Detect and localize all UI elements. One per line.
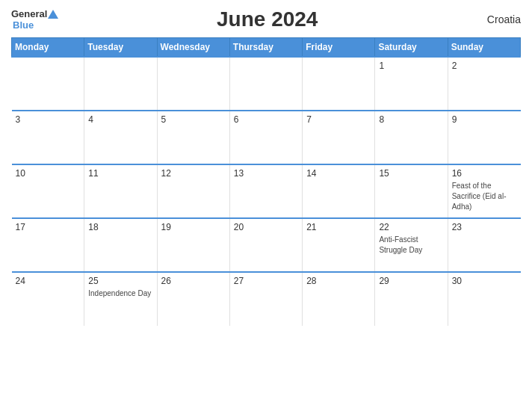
day-cell: 16Feast of the Sacrifice (Eid al-Adha) [448,164,520,218]
day-number: 21 [306,222,371,232]
day-cell: 11 [84,164,157,218]
day-number: 27 [234,276,298,286]
day-number: 10 [16,168,81,179]
day-number: 23 [452,222,517,232]
day-cell [229,57,302,111]
calendar-title: June 2024 [58,7,476,31]
day-number: 17 [16,222,81,232]
day-number: 20 [234,222,298,232]
column-headers-row: Monday Tuesday Wednesday Thursday Friday… [12,38,521,58]
day-number: 12 [161,168,226,179]
day-number: 29 [379,276,443,286]
col-friday: Friday [303,38,375,58]
day-cell: 30 [448,272,520,326]
day-number: 15 [379,168,443,179]
day-number: 25 [88,276,152,286]
day-cell: 27 [229,272,302,326]
col-sunday: Sunday [448,38,520,58]
day-cell [303,57,375,111]
event-label: Independence Day [88,289,151,297]
day-number: 7 [306,114,371,125]
logo: General Blue [11,8,58,31]
day-cell: 6 [229,111,302,164]
day-cell: 28 [303,272,375,326]
col-thursday: Thursday [229,38,302,58]
day-number: 2 [452,61,517,71]
day-number: 18 [88,222,152,232]
day-cell: 19 [157,218,229,272]
day-number: 13 [234,168,298,179]
calendar-header: General Blue June 2024 Croatia [11,7,521,31]
day-number: 30 [452,276,517,286]
day-cell: 23 [448,218,520,272]
day-number: 4 [88,114,152,125]
day-number: 14 [306,168,371,179]
week-row-1: 12 [12,57,521,111]
day-number: 19 [161,222,226,232]
logo-general-text: General [11,8,47,19]
day-number: 16 [452,168,517,179]
day-cell: 5 [157,111,229,164]
day-cell: 2 [448,57,520,111]
day-number: 24 [16,276,81,286]
day-number: 9 [452,114,517,125]
day-number: 11 [88,168,152,179]
day-number: 8 [379,114,443,125]
day-cell: 24 [12,272,84,326]
day-cell: 13 [229,164,302,218]
day-cell: 25Independence Day [84,272,157,326]
day-cell: 29 [375,272,448,326]
day-cell [84,57,157,111]
day-cell: 15 [375,164,448,218]
day-cell: 22Anti-Fascist Struggle Day [375,218,448,272]
day-cell: 14 [303,164,375,218]
day-number: 3 [16,114,81,125]
week-row-2: 3456789 [12,111,521,164]
country-label: Croatia [476,13,521,25]
day-number: 6 [234,114,298,125]
day-cell: 21 [303,218,375,272]
day-cell: 8 [375,111,448,164]
day-cell: 9 [448,111,520,164]
event-label: Feast of the Sacrifice (Eid al-Adha) [452,182,507,211]
day-cell: 1 [375,57,448,111]
day-cell: 18 [84,218,157,272]
day-cell [157,57,229,111]
day-cell: 4 [84,111,157,164]
col-wednesday: Wednesday [157,38,229,58]
event-label: Anti-Fascist Struggle Day [379,235,422,254]
day-number: 1 [379,61,443,71]
logo-triangle-icon [48,10,58,19]
day-cell: 7 [303,111,375,164]
day-number: 28 [306,276,371,286]
week-row-5: 2425Independence Day2627282930 [12,272,521,326]
day-number: 26 [161,276,226,286]
day-number: 22 [379,222,443,232]
day-cell: 26 [157,272,229,326]
week-row-3: 10111213141516Feast of the Sacrifice (Ei… [12,164,521,218]
col-monday: Monday [12,38,84,58]
day-cell: 10 [12,164,84,218]
logo-blue-text: Blue [13,19,34,31]
day-cell: 17 [12,218,84,272]
day-cell: 3 [12,111,84,164]
day-cell [12,57,84,111]
day-cell: 12 [157,164,229,218]
col-tuesday: Tuesday [84,38,157,58]
col-saturday: Saturday [375,38,448,58]
calendar-body: 12345678910111213141516Feast of the Sacr… [12,57,521,326]
day-cell: 20 [229,218,302,272]
week-row-4: 171819202122Anti-Fascist Struggle Day23 [12,218,521,272]
calendar-page: General Blue June 2024 Croatia Monday Tu… [0,0,532,411]
day-number: 5 [161,114,226,125]
calendar-table: Monday Tuesday Wednesday Thursday Friday… [11,37,521,326]
